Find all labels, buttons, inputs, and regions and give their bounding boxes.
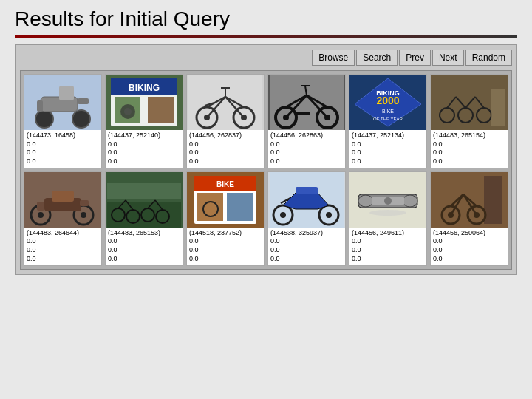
svg-point-2 (72, 110, 90, 128)
image-info: (144456, 250064) 0.0 0.0 0.0 (431, 228, 508, 265)
main-panel: Browse Search Prev Next Random (15, 44, 517, 275)
image-biking2000: BIKING 2000 BIKE OF THE YEAR (349, 75, 426, 130)
image-bikes-cluster (431, 75, 508, 130)
svg-text:2000: 2000 (376, 95, 399, 106)
image-blackbike (268, 75, 345, 130)
image-label: (144518, 237752) (189, 229, 262, 238)
image-sportbike (268, 172, 345, 228)
image-label: (144456, 250064) (433, 229, 505, 238)
image-magazine: BIKE (187, 172, 264, 228)
image-grid: (144473, 16458) 0.0 0.0 0.0 BIKING (20, 70, 512, 270)
image-label: (144483, 265153) (108, 229, 180, 238)
image-info: (144456, 249611) 0.0 0.0 0.0 (349, 228, 426, 265)
image-label: (144456, 262863) (270, 132, 343, 140)
svg-point-85 (326, 212, 332, 218)
svg-point-90 (358, 195, 373, 207)
title-underline (15, 35, 517, 38)
next-button[interactable]: Next (432, 50, 464, 66)
svg-rect-58 (52, 191, 74, 202)
svg-rect-27 (270, 75, 344, 130)
image-biking1: BIKING (106, 75, 183, 130)
list-item[interactable]: BIKING (144437, 252140) 0.0 0.0 0.0 (105, 74, 183, 168)
svg-point-91 (403, 195, 417, 207)
svg-rect-12 (148, 97, 174, 123)
image-info: (144538, 325937) 0.0 0.0 0.0 (268, 228, 345, 265)
image-label: (144437, 252140) (108, 132, 180, 140)
image-foldingbike (187, 75, 264, 130)
search-button[interactable]: Search (356, 50, 398, 66)
image-woodenbike (431, 172, 508, 228)
svg-point-93 (384, 197, 392, 205)
svg-text:BIKE: BIKE (382, 109, 394, 114)
list-item[interactable]: (144483, 265154) 0.0 0.0 0.0 (430, 74, 508, 168)
list-item[interactable]: (144483, 265153) 0.0 0.0 0.0 (105, 171, 183, 266)
image-label: (144483, 265154) (433, 132, 505, 140)
svg-point-1 (35, 110, 53, 128)
list-item[interactable]: (144483, 264644) 0.0 0.0 0.0 (24, 171, 102, 266)
svg-point-94 (369, 210, 406, 216)
image-info: (144456, 262837) 0.0 0.0 0.0 (187, 130, 264, 168)
image-info: (144483, 264644) 0.0 0.0 0.0 (24, 228, 101, 265)
toolbar: Browse Search Prev Next Random (20, 50, 512, 66)
svg-point-62 (81, 212, 86, 218)
svg-point-61 (38, 212, 44, 218)
image-info: (144483, 265153) 0.0 0.0 0.0 (106, 228, 183, 265)
svg-rect-38 (296, 112, 310, 115)
image-label: (144456, 249611) (352, 229, 424, 238)
image-part (349, 172, 426, 228)
image-info: (144437, 252134) 0.0 0.0 0.0 (349, 130, 426, 168)
image-label: (144456, 262837) (189, 132, 262, 140)
list-item[interactable]: BIKE (144518, 237752) 0.0 0.0 0.0 (186, 171, 265, 266)
list-item[interactable]: (144538, 325937) 0.0 0.0 0.0 (267, 171, 346, 266)
image-info: (144518, 237752) 0.0 0.0 0.0 (187, 228, 264, 265)
svg-rect-64 (107, 202, 181, 228)
svg-point-84 (280, 212, 286, 218)
svg-rect-59 (37, 202, 44, 211)
svg-rect-79 (227, 193, 253, 221)
image-label: (144437, 252134) (352, 132, 424, 140)
image-motorcycle (24, 172, 101, 228)
svg-rect-86 (296, 187, 318, 194)
svg-rect-5 (37, 100, 43, 112)
list-item[interactable]: (144456, 262863) 0.0 0.0 0.0 (267, 74, 346, 168)
svg-rect-15 (188, 75, 262, 130)
page-title: Results for Initial Query (15, 7, 517, 31)
svg-text:BIKING: BIKING (129, 83, 160, 93)
list-item[interactable]: BIKING 2000 BIKE OF THE YEAR (144437, 25… (349, 74, 427, 168)
list-item[interactable]: (144456, 262837) 0.0 0.0 0.0 (186, 74, 265, 168)
svg-rect-6 (78, 98, 89, 104)
browse-button[interactable]: Browse (312, 50, 355, 66)
svg-rect-96 (484, 176, 502, 224)
svg-rect-60 (80, 200, 89, 206)
random-button[interactable]: Random (466, 50, 512, 66)
image-info: (144483, 265154) 0.0 0.0 0.0 (431, 130, 508, 168)
image-label: (144483, 264644) (27, 229, 99, 238)
page-container: Results for Initial Query Browse Search … (0, 0, 532, 399)
svg-rect-4 (59, 86, 74, 100)
svg-rect-53 (491, 89, 505, 126)
list-item[interactable]: (144456, 250064) 0.0 0.0 0.0 (430, 171, 508, 266)
image-label: (144538, 325937) (270, 229, 343, 238)
image-scooter (24, 75, 101, 130)
svg-text:BIKE: BIKE (216, 180, 234, 188)
list-item[interactable]: (144456, 249611) 0.0 0.0 0.0 (349, 171, 427, 266)
image-info: (144456, 262863) 0.0 0.0 0.0 (268, 130, 345, 168)
svg-text:OF THE YEAR: OF THE YEAR (373, 117, 403, 121)
svg-point-14 (124, 108, 132, 115)
image-info: (144473, 16458) 0.0 0.0 0.0 (24, 130, 101, 168)
image-label: (144473, 16458) (27, 132, 99, 140)
svg-rect-73 (107, 183, 181, 200)
image-info: (144437, 252140) 0.0 0.0 0.0 (106, 130, 183, 168)
prev-button[interactable]: Prev (399, 50, 431, 66)
image-bikes-crowd (106, 172, 183, 228)
list-item[interactable]: (144473, 16458) 0.0 0.0 0.0 (24, 74, 102, 168)
